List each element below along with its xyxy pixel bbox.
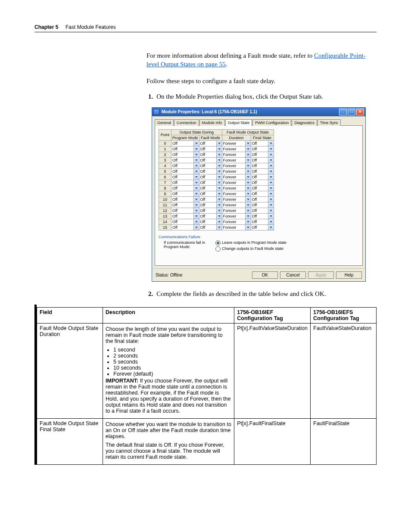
duration-dropdown[interactable]: Forever	[222, 168, 251, 174]
grid-row: 0OffOffForeverOff	[159, 140, 274, 146]
program-mode-dropdown[interactable]: Off	[171, 146, 199, 152]
final-state-dropdown[interactable]: Off	[251, 191, 274, 196]
fault-mode-dropdown[interactable]: Off	[199, 152, 222, 157]
duration-dropdown[interactable]: Forever	[222, 152, 251, 157]
program-mode-dropdown[interactable]: Off	[171, 168, 199, 174]
program-mode-dropdown[interactable]: Off	[171, 152, 199, 157]
grid-row: 11OffOffForeverOff	[159, 202, 274, 208]
tab-module-info[interactable]: Module Info	[199, 119, 225, 126]
cell-tag1-duration: Pt[x].FaultValueStateDuration	[234, 323, 311, 418]
final-state-dropdown[interactable]: Off	[251, 168, 274, 174]
col-program-mode: Program Mode	[171, 135, 199, 140]
tab-general[interactable]: General	[155, 119, 174, 126]
maximize-button[interactable]: □	[348, 109, 355, 115]
fault-mode-dropdown[interactable]: Off	[199, 157, 222, 163]
duration-dropdown[interactable]: Forever	[222, 191, 251, 196]
duration-dropdown[interactable]: Forever	[222, 208, 251, 213]
program-mode-dropdown[interactable]: Off	[171, 163, 199, 168]
duration-dropdown[interactable]: Forever	[222, 185, 251, 191]
fault-mode-dropdown[interactable]: Off	[199, 196, 222, 202]
duration-dropdown[interactable]: Forever	[222, 174, 251, 180]
tab-time-sync[interactable]: Time Sync	[318, 119, 341, 126]
fault-mode-dropdown[interactable]: Off	[199, 140, 222, 146]
program-mode-dropdown[interactable]: Off	[171, 208, 199, 213]
final-state-dropdown[interactable]: Off	[251, 174, 274, 180]
desc-p2: The default final state is Off. If you c…	[106, 442, 231, 460]
program-mode-dropdown[interactable]: Off	[171, 224, 199, 230]
intro-text: For more information about defining a Fa…	[146, 52, 314, 59]
duration-dropdown[interactable]: Forever	[222, 213, 251, 219]
program-mode-dropdown[interactable]: Off	[171, 185, 199, 191]
duration-dropdown[interactable]: Forever	[222, 224, 251, 230]
fault-mode-dropdown[interactable]: Off	[199, 224, 222, 230]
radio-leave-outputs[interactable]: Leave outputs in Program Mode state	[215, 240, 286, 246]
duration-dropdown[interactable]: Forever	[222, 180, 251, 185]
fault-mode-dropdown[interactable]: Off	[199, 191, 222, 196]
program-mode-dropdown[interactable]: Off	[171, 219, 199, 224]
fault-mode-dropdown[interactable]: Off	[199, 146, 222, 152]
program-mode-dropdown[interactable]: Off	[171, 191, 199, 196]
fault-mode-dropdown[interactable]: Off	[199, 185, 222, 191]
row-point: 15	[159, 224, 171, 230]
program-mode-dropdown[interactable]: Off	[171, 196, 199, 202]
grid-row: 1OffOffForeverOff	[159, 146, 274, 152]
final-state-dropdown[interactable]: Off	[251, 185, 274, 191]
fault-mode-dropdown[interactable]: Off	[199, 168, 222, 174]
fault-mode-dropdown[interactable]: Off	[199, 163, 222, 168]
apply-button[interactable]: Apply	[308, 271, 334, 279]
final-state-dropdown[interactable]: Off	[251, 202, 274, 208]
ok-button[interactable]: OK	[252, 271, 278, 279]
th-tag-iefs: 1756-OB16IEFS Configuration Tag	[311, 307, 377, 323]
program-mode-dropdown[interactable]: Off	[171, 140, 199, 146]
program-mode-dropdown[interactable]: Off	[171, 174, 199, 180]
final-state-dropdown[interactable]: Off	[251, 219, 274, 224]
final-state-dropdown[interactable]: Off	[251, 140, 274, 146]
table-row: Fault Mode Output State Final State Choo…	[37, 418, 377, 464]
help-button[interactable]: Help	[336, 271, 362, 279]
duration-dropdown[interactable]: Forever	[222, 196, 251, 202]
tab-pwm-configuration[interactable]: PWM Configuration	[252, 119, 291, 126]
duration-dropdown[interactable]: Forever	[222, 163, 251, 168]
fault-mode-dropdown[interactable]: Off	[199, 180, 222, 185]
radio-change-outputs[interactable]: Change outputs to Fault Mode state	[215, 246, 286, 252]
duration-dropdown[interactable]: Forever	[222, 202, 251, 208]
fault-mode-dropdown[interactable]: Off	[199, 174, 222, 180]
row-point: 5	[159, 168, 171, 174]
final-state-dropdown[interactable]: Off	[251, 208, 274, 213]
final-state-dropdown[interactable]: Off	[251, 196, 274, 202]
tab-connection[interactable]: Connection	[174, 119, 199, 126]
duration-dropdown[interactable]: Forever	[222, 146, 251, 152]
duration-dropdown[interactable]: Forever	[222, 157, 251, 163]
final-state-dropdown[interactable]: Off	[251, 180, 274, 185]
cell-tag1-finalstate: Pt[x].FaultFinalState	[234, 418, 311, 464]
program-mode-dropdown[interactable]: Off	[171, 180, 199, 185]
final-state-dropdown[interactable]: Off	[251, 157, 274, 163]
dialog-app-icon	[153, 109, 159, 115]
tab-diagnostics[interactable]: Diagnostics	[292, 119, 317, 126]
fault-mode-dropdown[interactable]: Off	[199, 213, 222, 219]
close-button[interactable]: ✕	[356, 109, 364, 115]
final-state-dropdown[interactable]: Off	[251, 224, 274, 230]
program-mode-dropdown[interactable]: Off	[171, 213, 199, 219]
fault-mode-dropdown[interactable]: Off	[199, 202, 222, 208]
fault-mode-dropdown[interactable]: Off	[199, 208, 222, 213]
dialog-titlebar: Module Properties: Local:6 (1756-OB16IEF…	[152, 108, 365, 116]
program-mode-dropdown[interactable]: Off	[171, 157, 199, 163]
col-final-state: Final State	[251, 135, 274, 140]
final-state-dropdown[interactable]: Off	[251, 163, 274, 168]
cancel-button[interactable]: Cancel	[280, 271, 306, 279]
fault-mode-dropdown[interactable]: Off	[199, 219, 222, 224]
final-state-dropdown[interactable]: Off	[251, 213, 274, 219]
duration-dropdown[interactable]: Forever	[222, 140, 251, 146]
tab-output-state[interactable]: Output State	[225, 119, 252, 126]
duration-dropdown[interactable]: Forever	[222, 219, 251, 224]
grid-row: 8OffOffForeverOff	[159, 185, 274, 191]
row-point: 0	[159, 140, 171, 146]
final-state-dropdown[interactable]: Off	[251, 152, 274, 157]
row-point: 4	[159, 163, 171, 168]
desc-p1: Choose whether you want the module to tr…	[106, 421, 231, 439]
minimize-button[interactable]: _	[339, 109, 347, 115]
output-state-grid: Point Output State During Fault Mode Out…	[159, 129, 274, 230]
program-mode-dropdown[interactable]: Off	[171, 202, 199, 208]
final-state-dropdown[interactable]: Off	[251, 146, 274, 152]
